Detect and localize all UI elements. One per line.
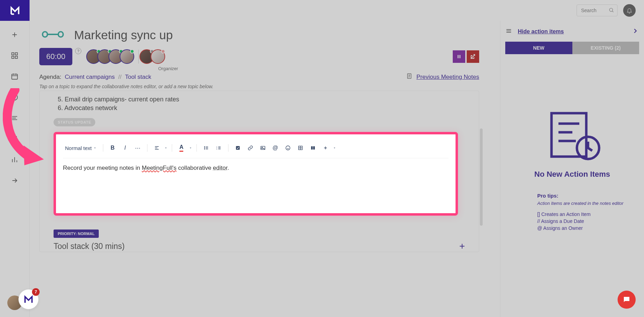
agenda-list-item: 5. Email drip campaigns- current open ra… — [58, 96, 479, 103]
numbered-list-button[interactable]: 123 — [214, 143, 224, 153]
nav-history[interactable] — [8, 90, 22, 104]
agenda-item-link[interactable]: Current campaigns — [65, 74, 115, 81]
nav-add[interactable] — [8, 28, 22, 42]
meeting-type-icon — [39, 26, 66, 44]
nav-dashboard[interactable] — [8, 49, 22, 62]
text-color-button[interactable]: A — [176, 143, 187, 153]
svg-rect-3 — [15, 56, 17, 58]
svg-text:3: 3 — [216, 148, 217, 150]
editor-textarea[interactable]: Record your meeting notes in MeetingFull… — [63, 165, 449, 172]
svg-point-15 — [204, 149, 204, 149]
empty-state: No New Action Items — [505, 110, 639, 179]
pro-tip-item: [] Creates an Action Item — [537, 211, 639, 217]
align-button[interactable] — [152, 143, 162, 153]
search-icon — [609, 7, 614, 14]
svg-rect-4 — [12, 74, 18, 80]
pro-tip-item: // Assigns a Due Date — [537, 218, 639, 224]
previous-notes-link[interactable]: Previous Meeting Notes — [417, 74, 479, 81]
pro-tips: Pro tips: Action Items are created in th… — [537, 193, 639, 232]
pro-tips-label: Pro tips: — [537, 193, 639, 199]
emoji-button[interactable] — [283, 143, 293, 153]
image-button[interactable] — [258, 143, 268, 153]
action-item-tabs: NEW EXISTING (2) — [505, 42, 639, 54]
svg-rect-10 — [459, 55, 460, 58]
chat-fab[interactable] — [618, 291, 636, 309]
app-logo[interactable] — [0, 0, 30, 21]
svg-rect-2 — [12, 56, 14, 58]
link-button[interactable] — [245, 143, 256, 153]
svg-rect-19 — [236, 146, 240, 150]
agenda-item-link[interactable]: Tool stack — [125, 74, 151, 81]
agenda-hint: Tap on a topic to expand the collaborati… — [39, 84, 479, 89]
table-button[interactable] — [295, 143, 306, 153]
action-items-panel: Hide action items NEW EXISTING (2) No Ne… — [500, 21, 644, 317]
notes-editor[interactable]: Normal text B I ⋯ A — [54, 132, 458, 216]
hide-action-items-link[interactable]: Hide action items — [518, 28, 564, 35]
tab-new[interactable]: NEW — [505, 42, 572, 54]
columns-button[interactable] — [308, 143, 318, 153]
italic-button[interactable]: I — [120, 143, 130, 153]
pro-tip-item: @ Assigns an Owner — [537, 225, 639, 231]
bullet-list-button[interactable] — [201, 143, 211, 153]
agenda-list-item: 6. Advocates network — [58, 105, 479, 112]
topics-area: 5. Email drip campaigns- current open ra… — [39, 91, 479, 252]
notes-icon — [406, 73, 412, 81]
topic-title[interactable]: Tool stack (30 mins) — [54, 242, 125, 251]
bold-button[interactable]: B — [107, 143, 118, 153]
external-avatar[interactable] — [151, 49, 165, 64]
svg-rect-24 — [311, 146, 313, 149]
pro-tips-subtitle: Action Items are created in the notes ed… — [537, 201, 639, 206]
status-badge: STATUS UPDATE — [54, 118, 95, 126]
insert-button[interactable] — [320, 143, 331, 153]
participant-avatar[interactable] — [120, 49, 134, 64]
editor-toolbar: Normal text B I ⋯ A — [63, 140, 449, 158]
notifications-button[interactable] — [623, 4, 636, 17]
timer-button[interactable]: 60:00 — [39, 48, 72, 65]
svg-rect-25 — [313, 146, 315, 149]
help-badge[interactable]: ? — [75, 48, 81, 54]
help-fab[interactable]: 7 — [18, 289, 39, 309]
svg-rect-9 — [458, 55, 459, 58]
organizer-label: Organizer — [158, 66, 178, 71]
nav-calendar[interactable] — [8, 69, 22, 83]
end-button[interactable] — [467, 50, 479, 63]
checkbox-button[interactable] — [233, 143, 243, 153]
svg-rect-1 — [15, 53, 17, 55]
svg-point-13 — [204, 147, 204, 147]
nav-forward[interactable] — [8, 174, 22, 187]
more-formatting-button[interactable]: ⋯ — [132, 143, 143, 153]
nav-analytics[interactable] — [8, 153, 22, 167]
topbar — [30, 0, 644, 21]
page-title: Marketing sync up — [74, 28, 173, 42]
add-topic-button[interactable]: + — [459, 241, 465, 252]
panel-menu-icon[interactable] — [505, 27, 512, 36]
agenda-label: Agenda: — [39, 74, 61, 81]
svg-point-14 — [204, 148, 204, 148]
nav-notes[interactable] — [8, 111, 22, 125]
participants — [86, 49, 165, 64]
main-content: Marketing sync up 60:00 ? Organizer — [30, 21, 500, 317]
nav-clipboard[interactable] — [8, 132, 22, 146]
help-badge-count: 7 — [32, 288, 40, 296]
svg-point-22 — [286, 146, 290, 150]
priority-badge: PRIORITY: NORMAL — [54, 230, 99, 238]
search-box — [577, 5, 618, 16]
svg-point-8 — [610, 8, 613, 11]
pause-button[interactable] — [453, 50, 465, 63]
text-style-dropdown[interactable]: Normal text — [63, 145, 99, 151]
tab-existing[interactable]: EXISTING (2) — [572, 42, 639, 54]
agenda-row: Agenda: Current campaigns // Tool stack … — [39, 73, 479, 81]
empty-heading: No New Action Items — [534, 170, 610, 179]
scrollbar[interactable] — [480, 128, 483, 226]
mention-button[interactable]: @ — [270, 143, 281, 153]
sidebar — [0, 0, 30, 317]
svg-rect-26 — [552, 113, 586, 157]
collapse-panel-button[interactable] — [631, 27, 639, 36]
svg-rect-0 — [12, 53, 14, 55]
